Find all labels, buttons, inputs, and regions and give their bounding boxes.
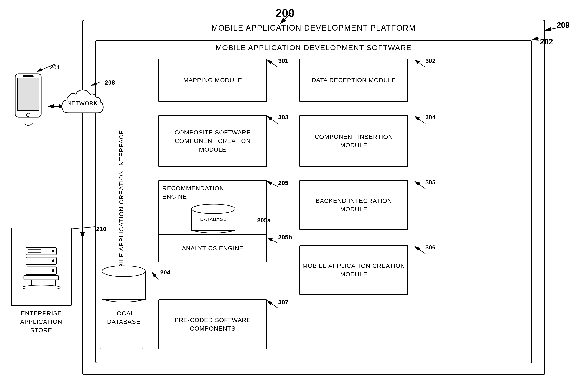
svg-text:NETWORK: NETWORK (67, 100, 98, 107)
mobile-app-creation-label: MOBILE APPLICATION CREATION MODULE (302, 262, 405, 279)
component-insertion-module-box: COMPONENT INSERTION MODULE (300, 115, 408, 167)
cloud-svg: NETWORK (57, 83, 107, 126)
svg-point-10 (102, 266, 145, 277)
mobile-app-creation-module-box: MOBILE APPLICATION CREATION MODULE (300, 245, 408, 295)
backend-label: BACKEND INTEGRATION MODULE (302, 196, 405, 213)
ref-205a: 205a (257, 217, 271, 224)
recommendation-label: RECOMMENDATION ENGINE (162, 184, 210, 201)
svg-rect-27 (26, 267, 57, 274)
local-database-label: LOCAL DATABASE (98, 309, 150, 326)
phone-svg (11, 71, 45, 128)
ref-303: 303 (278, 114, 288, 121)
ref-205b: 205b (278, 234, 292, 241)
svg-text:DATABASE: DATABASE (200, 216, 227, 222)
svg-rect-23 (26, 257, 57, 265)
svg-rect-19 (26, 247, 57, 255)
svg-point-13 (27, 113, 30, 117)
network-area: NETWORK (57, 83, 107, 126)
svg-point-28 (52, 269, 55, 272)
svg-point-20 (52, 250, 55, 252)
diagram-ref-200: 200 (276, 6, 295, 19)
composite-module-box: COMPOSITE SOFTWARE COMPONENT CREATION MO… (158, 115, 267, 167)
mapping-module-box: MAPPING MODULE (158, 58, 267, 102)
ref-301: 301 (278, 57, 288, 64)
backend-module-box: BACKEND INTEGRATION MODULE (300, 180, 408, 230)
ref-205: 205 (278, 180, 288, 187)
enterprise-inner-box (11, 228, 71, 306)
local-database-area (99, 263, 149, 306)
ref-302: 302 (425, 57, 436, 64)
phone-area (11, 71, 45, 128)
local-database-svg (99, 263, 149, 306)
enterprise-box (11, 228, 71, 306)
precoded-label: PRE-CODED SOFTWARE COMPONENTS (161, 316, 264, 333)
composite-label: COMPOSITE SOFTWARE COMPONENT CREATION MO… (161, 128, 264, 154)
analytics-label: ANALYTICS ENGINE (182, 244, 244, 252)
ref-210: 210 (96, 226, 106, 233)
ref-201: 201 (50, 64, 60, 71)
ref-204: 204 (160, 269, 170, 276)
svg-rect-31 (24, 276, 58, 280)
software-label: MOBILE APPLICATION DEVELOPMENT SOFTWARE (96, 43, 532, 52)
enterprise-label: ENTERPRISE APPLICATION STORE (10, 309, 73, 335)
svg-point-7 (192, 204, 235, 214)
svg-point-34 (22, 285, 61, 289)
analytics-box: ANALYTICS ENGINE (158, 234, 267, 263)
ref-306: 306 (425, 244, 436, 251)
ref-307: 307 (278, 299, 288, 306)
creation-interface-label: MOBILE APPLICATION CREATION INTERFACE (117, 130, 126, 278)
ref-304: 304 (425, 114, 436, 121)
svg-line-16 (24, 124, 28, 126)
svg-rect-12 (17, 78, 39, 111)
ref-208: 208 (105, 79, 115, 86)
data-reception-label: DATA RECEPTION MODULE (312, 76, 396, 84)
platform-label: MOBILE APPLICATION DEVELOPMENT PLATFORM (83, 23, 545, 32)
mapping-module-label: MAPPING MODULE (183, 76, 242, 84)
svg-point-24 (52, 259, 55, 262)
component-insertion-label: COMPONENT INSERTION MODULE (302, 133, 405, 150)
diagram-container: 200 209 202 MOBILE APPLICATION DEVELOPME… (0, 0, 571, 392)
data-reception-module-box: DATA RECEPTION MODULE (300, 58, 408, 102)
database-inner-area: DATABASE (189, 202, 237, 235)
svg-rect-14 (23, 75, 34, 77)
server-svg (22, 245, 61, 289)
database-cylinder-svg: DATABASE (189, 202, 237, 235)
ref-305: 305 (425, 179, 436, 186)
svg-line-17 (28, 124, 32, 126)
precoded-module-box: PRE-CODED SOFTWARE COMPONENTS (158, 299, 267, 349)
ref-209: 209 (557, 21, 570, 30)
